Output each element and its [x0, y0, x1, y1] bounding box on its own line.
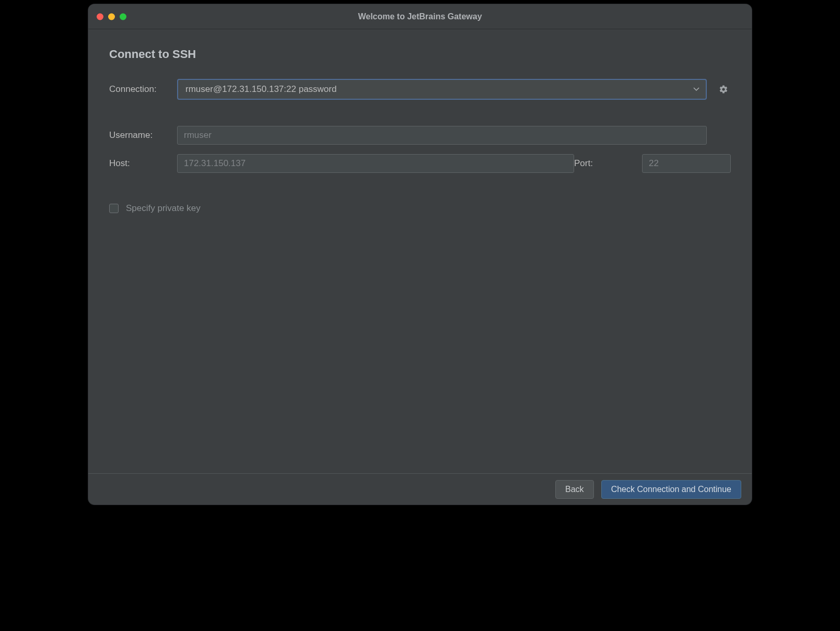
window-controls — [97, 13, 126, 20]
main-content: Connect to SSH Connection: rmuser@172.31… — [88, 29, 752, 473]
gear-icon — [719, 85, 728, 94]
host-port-row: Host: Port: — [109, 154, 731, 173]
page-title: Connect to SSH — [109, 48, 731, 61]
private-key-row: Specify private key — [109, 203, 731, 214]
back-button-label: Back — [565, 485, 584, 494]
content-spacer — [109, 214, 731, 473]
connection-dropdown[interactable]: rmuser@172.31.150.137:22 password — [177, 79, 707, 100]
host-field[interactable] — [177, 154, 574, 173]
username-field[interactable] — [177, 126, 707, 145]
back-button[interactable]: Back — [555, 480, 594, 499]
username-row: Username: — [109, 126, 731, 145]
footer: Back Check Connection and Continue — [88, 473, 752, 505]
window-title: Welcome to JetBrains Gateway — [358, 12, 482, 21]
chevron-down-icon — [693, 87, 699, 91]
minimize-window-button[interactable] — [108, 13, 115, 20]
maximize-window-button[interactable] — [120, 13, 126, 20]
connection-selected-text: rmuser@172.31.150.137:22 password — [185, 84, 336, 95]
app-window: Welcome to JetBrains Gateway Connect to … — [88, 4, 752, 505]
specify-private-key-checkbox[interactable] — [109, 204, 119, 213]
titlebar: Welcome to JetBrains Gateway — [88, 4, 752, 29]
host-label: Host: — [109, 158, 177, 169]
close-window-button[interactable] — [97, 13, 103, 20]
port-field[interactable] — [642, 154, 731, 173]
check-connection-continue-button[interactable]: Check Connection and Continue — [601, 480, 741, 499]
connection-row: Connection: rmuser@172.31.150.137:22 pas… — [109, 79, 731, 100]
port-label: Port: — [574, 158, 642, 169]
connection-settings-button[interactable] — [716, 82, 731, 97]
connection-label: Connection: — [109, 84, 177, 95]
username-label: Username: — [109, 130, 177, 141]
specify-private-key-label[interactable]: Specify private key — [126, 203, 201, 214]
check-connection-continue-label: Check Connection and Continue — [611, 485, 731, 494]
